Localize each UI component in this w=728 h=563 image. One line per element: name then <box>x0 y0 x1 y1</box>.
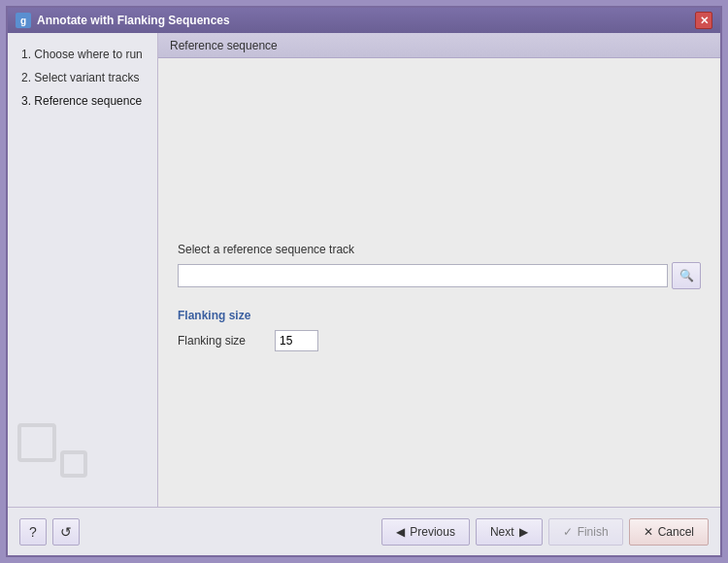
browse-button[interactable]: 🔍 <box>672 262 701 289</box>
bottom-bar: ? ↺ ◀ Previous Next ▶ ✓ Finish ✕ Cancel <box>8 507 720 555</box>
main-content: Select a reference sequence track 🔍 Flan… <box>158 58 720 507</box>
previous-button[interactable]: ◀ Previous <box>381 518 470 546</box>
content-area: 1. Choose where to run 2. Select variant… <box>8 33 720 507</box>
right-panel: Reference sequence Select a reference se… <box>158 33 720 507</box>
browse-icon: 🔍 <box>679 269 694 282</box>
finish-label: Finish <box>578 525 609 539</box>
flanking-title: Flanking size <box>178 309 701 322</box>
help-button[interactable]: ? <box>19 518 47 546</box>
ref-seq-input-row: 🔍 <box>178 262 701 289</box>
nav-item-select-variant[interactable]: 2. Select variant tracks <box>16 68 149 87</box>
finish-button[interactable]: ✓ Finish <box>548 518 623 546</box>
bottom-left-buttons: ? ↺ <box>19 518 80 546</box>
previous-icon: ◀ <box>396 525 405 539</box>
bottom-right-buttons: ◀ Previous Next ▶ ✓ Finish ✕ Cancel <box>381 518 709 546</box>
cancel-label: Cancel <box>658 525 694 539</box>
wm-square-large <box>17 423 56 462</box>
flanking-label: Flanking size <box>178 334 265 348</box>
history-button[interactable]: ↺ <box>52 518 80 546</box>
flanking-section: Flanking size Flanking size <box>178 309 701 351</box>
window-title: Annotate with Flanking Sequences <box>37 14 230 27</box>
title-bar-left: g Annotate with Flanking Sequences <box>16 13 230 28</box>
cancel-button[interactable]: ✕ Cancel <box>629 518 709 546</box>
title-bar: g Annotate with Flanking Sequences ✕ <box>8 8 720 33</box>
history-icon: ↺ <box>60 524 72 540</box>
close-button[interactable]: ✕ <box>695 12 712 29</box>
ref-seq-label: Select a reference sequence track <box>178 243 701 256</box>
next-label: Next <box>490 525 514 539</box>
section-header: Reference sequence <box>158 33 720 58</box>
previous-label: Previous <box>410 525 455 539</box>
wm-square-small <box>60 450 87 478</box>
nav-item-reference-seq[interactable]: 3. Reference sequence <box>16 91 149 111</box>
next-button[interactable]: Next ▶ <box>476 518 543 546</box>
main-window: g Annotate with Flanking Sequences ✕ 1. … <box>6 6 722 557</box>
nav-item-choose-where[interactable]: 1. Choose where to run <box>16 45 149 64</box>
finish-icon: ✓ <box>563 525 573 539</box>
ref-seq-input[interactable] <box>178 264 668 287</box>
next-icon: ▶ <box>519 525 528 539</box>
app-icon: g <box>16 13 31 28</box>
flanking-row: Flanking size <box>178 330 701 351</box>
cancel-icon: ✕ <box>644 525 653 539</box>
flanking-size-input[interactable] <box>275 330 318 351</box>
help-icon: ? <box>29 524 37 540</box>
left-nav-panel: 1. Choose where to run 2. Select variant… <box>8 33 158 507</box>
watermark-decoration <box>17 423 87 478</box>
